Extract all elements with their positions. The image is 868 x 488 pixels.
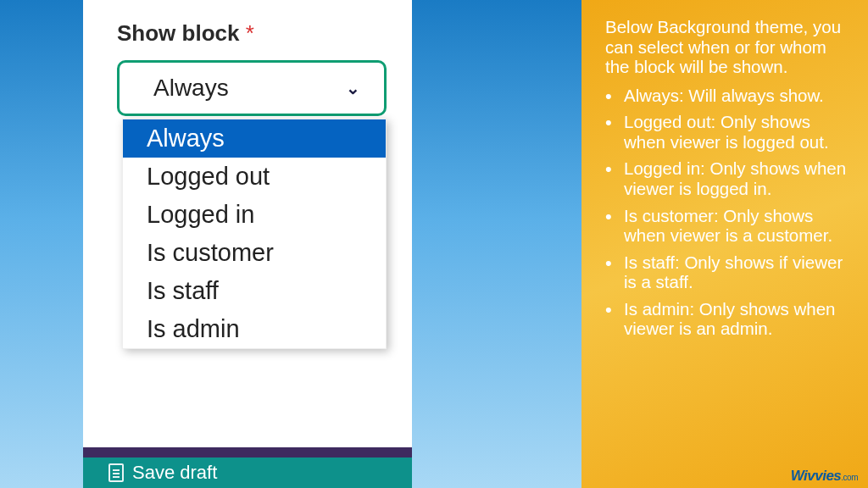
dropdown-option-logged-out[interactable]: Logged out (123, 158, 386, 196)
form-panel: Show block * Always ⌄ Always Logged out … (83, 0, 412, 488)
dropdown-option-is-admin[interactable]: Is admin (123, 310, 386, 348)
field-label: Show block * (117, 20, 387, 47)
file-icon (108, 463, 124, 482)
help-bullet: Always: Will always show. (605, 86, 848, 106)
help-bullet: Is customer: Only shows when viewer is a… (605, 206, 848, 246)
help-intro: Below Background theme, you can select w… (605, 17, 848, 77)
bottom-bar: Save draft (83, 447, 412, 488)
help-bullet: Logged out: Only shows when viewer is lo… (605, 112, 848, 152)
dropdown-option-logged-in[interactable]: Logged in (123, 196, 386, 234)
help-bullet-list: Always: Will always show. Logged out: On… (605, 86, 848, 339)
dropdown-option-always[interactable]: Always (123, 119, 386, 158)
dropdown-option-is-staff[interactable]: Is staff (123, 272, 386, 310)
brand-suffix: .com (841, 473, 858, 482)
help-panel: Below Background theme, you can select w… (581, 0, 868, 488)
chevron-down-icon: ⌄ (346, 78, 360, 98)
dropdown-option-is-customer[interactable]: Is customer (123, 234, 386, 272)
required-asterisk: * (246, 20, 254, 46)
divider-bar (83, 447, 412, 458)
brand-name: Wivvies (791, 468, 842, 484)
show-block-select[interactable]: Always ⌄ (117, 60, 387, 116)
help-bullet: Logged in: Only shows when viewer is log… (605, 158, 848, 198)
save-draft-button[interactable]: Save draft (83, 458, 412, 488)
save-draft-label: Save draft (132, 462, 217, 484)
select-value: Always (153, 75, 229, 102)
show-block-dropdown: Always Logged out Logged in Is customer … (122, 119, 387, 349)
help-bullet: Is staff: Only shows if viewer is a staf… (605, 252, 848, 292)
help-bullet: Is admin: Only shows when viewer is an a… (605, 299, 848, 339)
label-text: Show block (117, 20, 239, 46)
show-block-field: Show block * Always ⌄ Always Logged out … (83, 0, 412, 349)
brand-logo: Wivvies.com (791, 468, 858, 485)
